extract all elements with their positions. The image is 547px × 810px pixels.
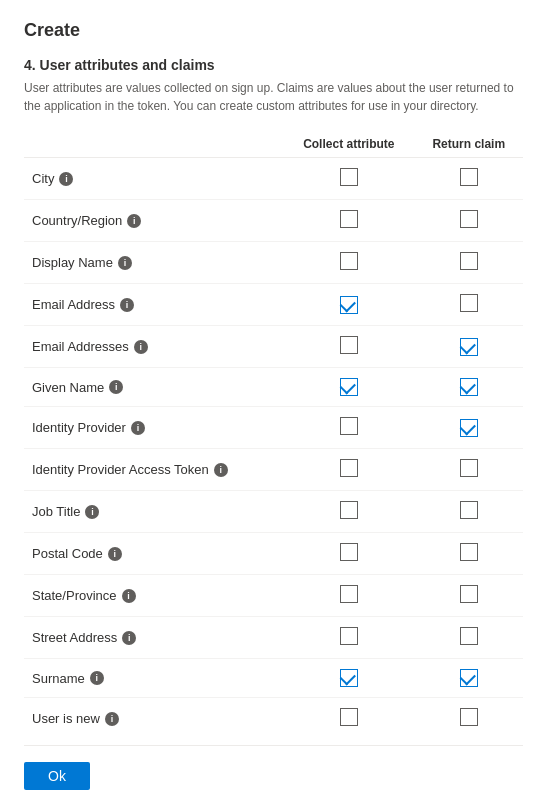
return-checkbox[interactable] [460,669,478,687]
attr-name-label: Country/Regioni [32,213,275,228]
return-checkbox[interactable] [460,294,478,312]
table-row: Country/Regioni [24,200,523,242]
collect-checkbox-cell [283,491,414,533]
attr-name-cell: Email Addressi [24,284,283,326]
return-checkbox[interactable] [460,708,478,726]
collect-checkbox[interactable] [340,585,358,603]
return-checkbox-cell [414,659,523,698]
info-icon[interactable]: i [134,340,148,354]
return-checkbox[interactable] [460,627,478,645]
collect-checkbox[interactable] [340,252,358,270]
table-row: Email Addressesi [24,326,523,368]
attr-name-cell: Display Namei [24,242,283,284]
info-icon[interactable]: i [109,380,123,394]
attr-name-label: User is newi [32,711,275,726]
info-icon[interactable]: i [122,589,136,603]
attr-name-cell: Surnamei [24,659,283,698]
attr-name-label: Identity Provideri [32,420,275,435]
return-checkbox[interactable] [460,419,478,437]
collect-checkbox[interactable] [340,336,358,354]
attr-name-cell: Country/Regioni [24,200,283,242]
collect-checkbox-cell [283,284,414,326]
return-checkbox[interactable] [460,543,478,561]
attr-name-cell: State/Provincei [24,575,283,617]
return-checkbox[interactable] [460,168,478,186]
attr-name-cell: Given Namei [24,368,283,407]
info-icon[interactable]: i [108,547,122,561]
return-checkbox[interactable] [460,501,478,519]
return-checkbox[interactable] [460,459,478,477]
return-checkbox-cell [414,242,523,284]
collect-checkbox-cell [283,200,414,242]
attr-name-cell: User is newi [24,698,283,738]
info-icon[interactable]: i [127,214,141,228]
info-icon[interactable]: i [90,671,104,685]
attr-name-label: Street Addressi [32,630,275,645]
attributes-table: Collect attribute Return claim CityiCoun… [24,131,523,737]
collect-checkbox-cell [283,698,414,738]
collect-checkbox[interactable] [340,459,358,477]
return-checkbox-cell [414,698,523,738]
attr-name-label: Email Addressesi [32,339,275,354]
collect-checkbox[interactable] [340,168,358,186]
attr-name-cell: Postal Codei [24,533,283,575]
table-row: Email Addressi [24,284,523,326]
table-row: Identity Provideri [24,407,523,449]
return-checkbox-cell [414,326,523,368]
collect-checkbox[interactable] [340,210,358,228]
info-icon[interactable]: i [131,421,145,435]
col-header-return: Return claim [414,131,523,158]
attr-name-label: Given Namei [32,380,275,395]
return-checkbox[interactable] [460,585,478,603]
info-icon[interactable]: i [214,463,228,477]
table-row: Job Titlei [24,491,523,533]
table-row: Postal Codei [24,533,523,575]
collect-checkbox[interactable] [340,378,358,396]
collect-checkbox[interactable] [340,501,358,519]
table-row: Identity Provider Access Tokeni [24,449,523,491]
attr-name-label: State/Provincei [32,588,275,603]
return-checkbox[interactable] [460,378,478,396]
return-checkbox-cell [414,368,523,407]
return-checkbox-cell [414,533,523,575]
table-row: Cityi [24,158,523,200]
return-checkbox-cell [414,491,523,533]
attr-name-label: Cityi [32,171,275,186]
info-icon[interactable]: i [105,712,119,726]
info-icon[interactable]: i [120,298,134,312]
table-row: Street Addressi [24,617,523,659]
section-title: 4. User attributes and claims [24,57,523,73]
table-row: User is newi [24,698,523,738]
collect-checkbox-cell [283,368,414,407]
ok-button[interactable]: Ok [24,762,90,790]
attr-name-cell: Street Addressi [24,617,283,659]
collect-checkbox-cell [283,242,414,284]
return-checkbox-cell [414,575,523,617]
collect-checkbox[interactable] [340,417,358,435]
attr-name-cell: Email Addressesi [24,326,283,368]
return-checkbox-cell [414,284,523,326]
attr-name-cell: Cityi [24,158,283,200]
table-row: Display Namei [24,242,523,284]
info-icon[interactable]: i [122,631,136,645]
return-checkbox[interactable] [460,252,478,270]
return-checkbox-cell [414,407,523,449]
attr-name-cell: Identity Provideri [24,407,283,449]
info-icon[interactable]: i [118,256,132,270]
page-title: Create [24,20,523,41]
return-checkbox[interactable] [460,210,478,228]
info-icon[interactable]: i [59,172,73,186]
attr-name-cell: Identity Provider Access Tokeni [24,449,283,491]
collect-checkbox[interactable] [340,669,358,687]
collect-checkbox[interactable] [340,627,358,645]
info-icon[interactable]: i [85,505,99,519]
return-checkbox-cell [414,449,523,491]
attr-name-cell: Job Titlei [24,491,283,533]
collect-checkbox-cell [283,326,414,368]
col-header-collect: Collect attribute [283,131,414,158]
return-checkbox[interactable] [460,338,478,356]
collect-checkbox[interactable] [340,708,358,726]
collect-checkbox[interactable] [340,543,358,561]
col-header-attribute [24,131,283,158]
collect-checkbox[interactable] [340,296,358,314]
